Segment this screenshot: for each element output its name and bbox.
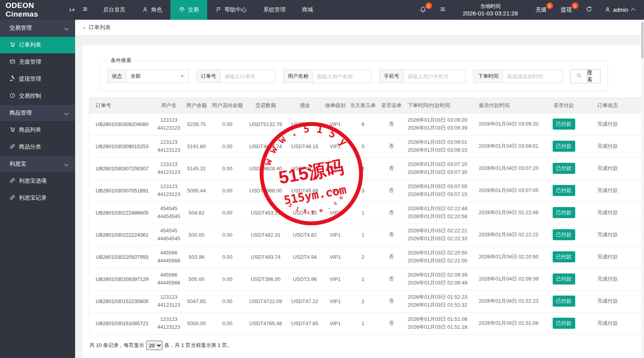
sidebar-item-goods-category[interactable]: 商品分类 xyxy=(0,139,75,156)
commission-cell: USDT47.22 xyxy=(287,290,323,312)
brand-version: 1.0 xyxy=(69,8,75,12)
day-index-cell: 3 xyxy=(347,179,378,202)
order-no-cell: UB2601030309204080 xyxy=(89,113,155,135)
nav-item-system[interactable]: 系统管理 xyxy=(255,0,294,20)
username-input[interactable] xyxy=(312,70,372,83)
sidebar-item-goods-list[interactable]: 商品列表 xyxy=(0,122,75,139)
recharge-button[interactable]: 充值 0 xyxy=(529,0,554,20)
nav-item-help-center[interactable]: 帮助中心 xyxy=(207,0,255,20)
amount-cell: USDT482.31 xyxy=(245,224,287,246)
order-time-input[interactable] xyxy=(502,70,563,83)
sidebar-item-recharge-mgmt[interactable]: 充值管理 xyxy=(0,54,75,71)
withdraw-button[interactable]: 提现 0 xyxy=(554,0,579,20)
table-row: UB2601030307051891 12312344123123 5095.4… xyxy=(89,179,644,202)
paid-cell: 已付款 xyxy=(548,113,580,135)
commission-cell: USDT4.82 xyxy=(287,224,323,246)
balance-cell: 500.00 xyxy=(183,224,210,246)
order-no-cell: UB2601030307051891 xyxy=(89,179,155,202)
col-header-7: 做单级别 xyxy=(323,98,347,113)
sidebar-item-order-list[interactable]: 订单列表 xyxy=(0,37,75,54)
level-cell: VIP1 xyxy=(323,157,347,179)
table-row: UB2601030309015253 12312344123123 5191.6… xyxy=(89,135,644,157)
last-pay-time-cell: 2026年01月04日 02:20:50 xyxy=(476,246,548,268)
refresh-button[interactable] xyxy=(579,0,599,20)
username-cell: 12312344123123 xyxy=(155,113,183,135)
balance-cell: 5095.44 xyxy=(183,179,210,202)
sidebar: 交易管理 订单列表 充值管理 提现管理 交易控制 商品管理 商品列表 商品分类 … xyxy=(0,20,75,358)
search-button[interactable]: 搜 索 xyxy=(570,69,601,83)
col-header-9: 是否连单 xyxy=(378,98,404,113)
chain-cell: 否 xyxy=(378,268,404,290)
amount-cell: USDT396.00 xyxy=(245,268,287,290)
order-status-cell: 完成付款 xyxy=(580,113,635,135)
commission-cell: USDT4.94 xyxy=(287,246,323,268)
phone-input[interactable] xyxy=(403,70,466,83)
amount-cell: USDT4814.74 xyxy=(245,135,287,157)
paid-badge: 已付款 xyxy=(553,273,575,285)
amount-cell: USDT4785.48 xyxy=(245,312,287,334)
paid-cell: 已付款 xyxy=(548,224,580,246)
paid-cell: 已付款 xyxy=(548,268,580,290)
amount-cell: USDT4628.40 xyxy=(245,157,287,179)
status-select[interactable]: 全部 xyxy=(126,70,189,83)
nav-item-mall[interactable]: 商城 xyxy=(294,0,321,20)
col-header-1: 订单号 xyxy=(89,98,155,113)
order-no-cell: UB2601030220507955 xyxy=(89,246,155,268)
sidebar-group-interest[interactable]: 利息宝 xyxy=(0,156,75,173)
brand-name: ODEON Cinemas xyxy=(6,1,68,19)
chevron-down-icon xyxy=(64,162,68,166)
paid-badge: 已付款 xyxy=(553,229,575,240)
table-row: UB2601030309204080 12312344123123 5239.7… xyxy=(89,113,644,135)
paid-badge: 已付款 xyxy=(553,207,575,218)
sidebar-item-interest-options[interactable]: 利息宝选项 xyxy=(0,173,75,190)
refresh-icon xyxy=(585,6,593,14)
frozen-cell: 0.00 xyxy=(210,157,245,179)
admin-menu[interactable]: admin xyxy=(599,0,644,20)
sidebar-group-goods[interactable]: 商品管理 xyxy=(0,105,75,122)
sidebar-toggle-button[interactable] xyxy=(75,0,95,20)
username-cell: 12312344123123 xyxy=(155,157,183,179)
table-row: UB2601030209397129 44556644445566 500.00… xyxy=(89,268,644,290)
nav-item-home[interactable]: 后台首页 xyxy=(95,0,134,20)
nav-item-roles[interactable]: 角色 xyxy=(134,0,170,20)
order-status-cell: 完成付款 xyxy=(580,268,635,290)
username-filter: 用户名称 xyxy=(283,70,372,83)
order-status-cell: 完成付款 xyxy=(580,290,635,312)
link-icon xyxy=(9,194,15,202)
per-page-select[interactable]: 20 xyxy=(146,341,162,350)
pagination-prefix: 共 10 条记录，每页显示 xyxy=(89,342,144,349)
nav-item-trade[interactable]: 交易 xyxy=(170,0,207,20)
breadcrumb: » 订单列表 xyxy=(75,20,644,36)
order-status-cell: 完成付款 xyxy=(580,202,635,224)
vertical-scrollbar[interactable] xyxy=(641,21,644,358)
phone-filter: 手机号 xyxy=(380,70,466,83)
balance-cell: 504.82 xyxy=(183,202,210,224)
order-no-input[interactable] xyxy=(220,70,276,83)
list-menu-button[interactable] xyxy=(433,0,452,20)
sidebar-item-withdraw-mgmt[interactable]: 提现管理 xyxy=(0,71,75,88)
level-cell: VIP1 xyxy=(323,312,347,334)
last-pay-time-cell: 2026年01月04日 01:52:23 xyxy=(476,290,548,312)
scrollbar-thumb[interactable] xyxy=(641,22,644,58)
notifications-button[interactable]: 2 xyxy=(413,0,433,20)
frozen-cell: 0.00 xyxy=(210,113,245,135)
order-time-cell: 2026年01月03日 03:09:012026年01月03日 03:09:15 xyxy=(404,135,476,157)
order-no-cell: UB2601030209397129 xyxy=(89,268,155,290)
sidebar-item-interest-records[interactable]: 利息宝记录 xyxy=(0,190,75,207)
order-status-cell: 完成付款 xyxy=(580,312,635,334)
sidebar-item-trade-control[interactable]: 交易控制 xyxy=(0,88,75,105)
chain-cell: 否 xyxy=(378,290,404,312)
order-time-cell: 2026年01月03日 02:22:482026年01月03日 02:22:58 xyxy=(404,202,476,224)
sidebar-group-trade[interactable]: 交易管理 xyxy=(0,20,75,37)
day-index-cell: 2 xyxy=(347,290,378,312)
username-cell: 45454544454545 xyxy=(155,202,183,224)
commission-cell: USDT3.96 xyxy=(287,268,323,290)
table-row: UB2601030222486605 45454544454545 504.82… xyxy=(89,202,644,224)
order-time-cell: 2026年01月03日 02:20:502026年01月03日 02:21:00 xyxy=(404,246,476,268)
chain-cell: 否 xyxy=(378,202,404,224)
chain-cell: 否 xyxy=(378,113,404,135)
level-cell: VIP1 xyxy=(323,268,347,290)
frozen-cell: 0.00 xyxy=(210,135,245,157)
amount-cell: USDT4722.09 xyxy=(245,290,287,312)
balance-cell: 5145.32 xyxy=(183,157,210,179)
